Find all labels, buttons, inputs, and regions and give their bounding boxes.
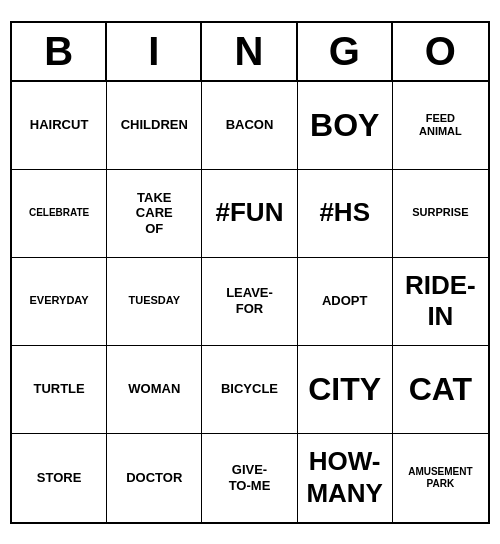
bingo-cell[interactable]: FEEDANIMAL xyxy=(393,82,488,170)
bingo-card: BINGO HAIRCUTCHILDRENBACONBOYFEEDANIMALC… xyxy=(10,21,490,524)
bingo-cell[interactable]: ADOPT xyxy=(298,258,393,346)
header-letter: I xyxy=(107,23,202,80)
bingo-cell[interactable]: #HS xyxy=(298,170,393,258)
bingo-header: BINGO xyxy=(12,23,488,82)
bingo-cell[interactable]: BACON xyxy=(202,82,297,170)
bingo-cell[interactable]: GIVE-TO-ME xyxy=(202,434,297,522)
bingo-cell[interactable]: EVERYDAY xyxy=(12,258,107,346)
bingo-cell[interactable]: CAT xyxy=(393,346,488,434)
bingo-cell[interactable]: TAKECAREOF xyxy=(107,170,202,258)
bingo-cell[interactable]: BICYCLE xyxy=(202,346,297,434)
bingo-cell[interactable]: DOCTOR xyxy=(107,434,202,522)
bingo-cell[interactable]: TUESDAY xyxy=(107,258,202,346)
bingo-cell[interactable]: CHILDREN xyxy=(107,82,202,170)
bingo-cell[interactable]: BOY xyxy=(298,82,393,170)
bingo-cell[interactable]: #FUN xyxy=(202,170,297,258)
bingo-cell[interactable]: LEAVE-FOR xyxy=(202,258,297,346)
bingo-cell[interactable]: STORE xyxy=(12,434,107,522)
header-letter: G xyxy=(298,23,393,80)
bingo-cell[interactable]: AMUSEMENTPARK xyxy=(393,434,488,522)
header-letter: N xyxy=(202,23,297,80)
bingo-cell[interactable]: WOMAN xyxy=(107,346,202,434)
header-letter: B xyxy=(12,23,107,80)
bingo-cell[interactable]: CITY xyxy=(298,346,393,434)
bingo-cell[interactable]: TURTLE xyxy=(12,346,107,434)
header-letter: O xyxy=(393,23,488,80)
bingo-cell[interactable]: RIDE-IN xyxy=(393,258,488,346)
bingo-cell[interactable]: CELEBRATE xyxy=(12,170,107,258)
bingo-cell[interactable]: SURPRISE xyxy=(393,170,488,258)
bingo-grid: HAIRCUTCHILDRENBACONBOYFEEDANIMALCELEBRA… xyxy=(12,82,488,522)
bingo-cell[interactable]: HAIRCUT xyxy=(12,82,107,170)
bingo-cell[interactable]: HOW-MANY xyxy=(298,434,393,522)
